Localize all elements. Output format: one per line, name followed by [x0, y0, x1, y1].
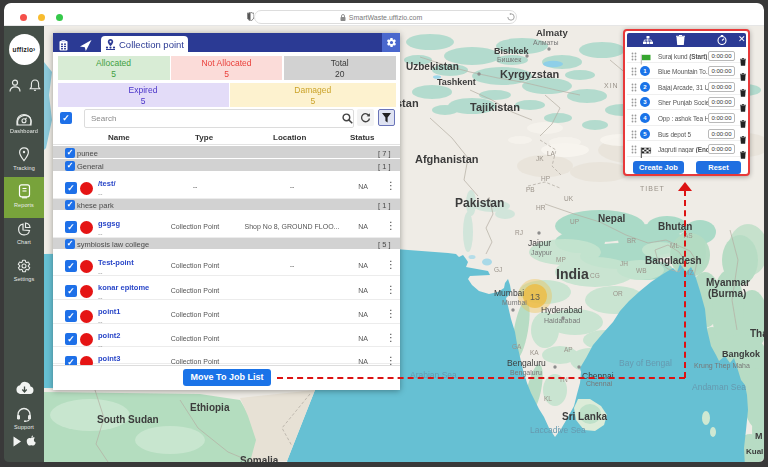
- svg-text:M: M: [755, 431, 763, 441]
- svg-text:KL: KL: [544, 395, 552, 402]
- svg-text:PB: PB: [526, 186, 535, 193]
- svg-text:Jaipur: Jaipur: [528, 238, 551, 248]
- svg-text:Bangladesh: Bangladesh: [645, 255, 702, 266]
- svg-text:Алматы: Алматы: [533, 39, 559, 46]
- svg-text:Laccadive Sea: Laccadive Sea: [530, 425, 586, 435]
- svg-text:Jaypur: Jaypur: [531, 249, 553, 257]
- svg-text:Pakistan: Pakistan: [455, 196, 504, 210]
- svg-text:HP: HP: [541, 175, 550, 182]
- svg-text:Chennai: Chennai: [586, 380, 613, 387]
- svg-text:BR: BR: [627, 237, 636, 244]
- svg-text:Hyderabad: Hyderabad: [541, 305, 583, 315]
- svg-text:XIN: XIN: [604, 82, 619, 89]
- svg-text:Ethiopia: Ethiopia: [190, 402, 230, 413]
- svg-text:Bay of Bengal: Bay of Bengal: [619, 358, 672, 368]
- svg-text:Bengaluru: Bengaluru: [510, 369, 542, 377]
- svg-text:UK: UK: [564, 195, 574, 202]
- svg-text:Kual: Kual: [746, 447, 763, 456]
- svg-text:KA: KA: [530, 349, 539, 356]
- svg-text:Bhutan: Bhutan: [658, 221, 692, 232]
- svg-text:Nepal: Nepal: [598, 213, 625, 224]
- svg-text:13: 13: [530, 292, 540, 302]
- svg-text:GJ: GJ: [494, 266, 502, 273]
- svg-text:RJ: RJ: [515, 229, 523, 236]
- svg-text:Bangkok: Bangkok: [722, 349, 761, 359]
- svg-text:AP: AP: [564, 346, 573, 353]
- svg-text:Almaty: Almaty: [536, 27, 568, 38]
- svg-text:Myanmar: Myanmar: [706, 277, 750, 288]
- svg-text:(Burma): (Burma): [708, 288, 746, 299]
- svg-text:HR: HR: [536, 204, 546, 211]
- svg-text:Kyrgyzstan: Kyrgyzstan: [500, 68, 560, 80]
- svg-text:Bengaluru: Bengaluru: [507, 358, 546, 368]
- svg-text:UP: UP: [570, 218, 579, 225]
- svg-text:JH: JH: [620, 260, 628, 267]
- svg-text:ML: ML: [670, 242, 679, 249]
- svg-text:Uzbekistan: Uzbekistan: [406, 61, 459, 72]
- svg-text:Sri Lanka: Sri Lanka: [562, 411, 607, 422]
- svg-text:Tha: Tha: [750, 328, 764, 339]
- svg-text:Tajikistan: Tajikistan: [470, 101, 520, 113]
- svg-text:India: India: [556, 266, 589, 282]
- svg-text:CG: CG: [590, 272, 600, 279]
- svg-text:Andaman Sea: Andaman Sea: [692, 382, 746, 392]
- svg-text:Haidarabad: Haidarabad: [544, 317, 580, 324]
- svg-text:South Sudan: South Sudan: [97, 414, 159, 425]
- svg-text:JK: JK: [536, 155, 544, 162]
- svg-text:Бишкек: Бишкек: [497, 56, 522, 63]
- svg-text:LA: LA: [547, 150, 556, 157]
- svg-text:GA: GA: [512, 343, 522, 350]
- svg-text:Mumbai: Mumbai: [502, 299, 527, 306]
- svg-text:TIBET: TIBET: [640, 185, 665, 192]
- svg-text:Tashkent: Tashkent: [437, 77, 476, 87]
- svg-text:WB: WB: [636, 267, 646, 274]
- svg-text:OR: OR: [613, 290, 623, 297]
- svg-text:Krung Thep Maha: Krung Thep Maha: [694, 362, 750, 370]
- svg-text:Bishkek: Bishkek: [494, 46, 530, 56]
- svg-text:Afghanistan: Afghanistan: [415, 153, 479, 165]
- svg-text:MP: MP: [556, 256, 566, 263]
- svg-text:Somalia: Somalia: [240, 455, 279, 462]
- svg-text:Mumbai: Mumbai: [494, 288, 524, 298]
